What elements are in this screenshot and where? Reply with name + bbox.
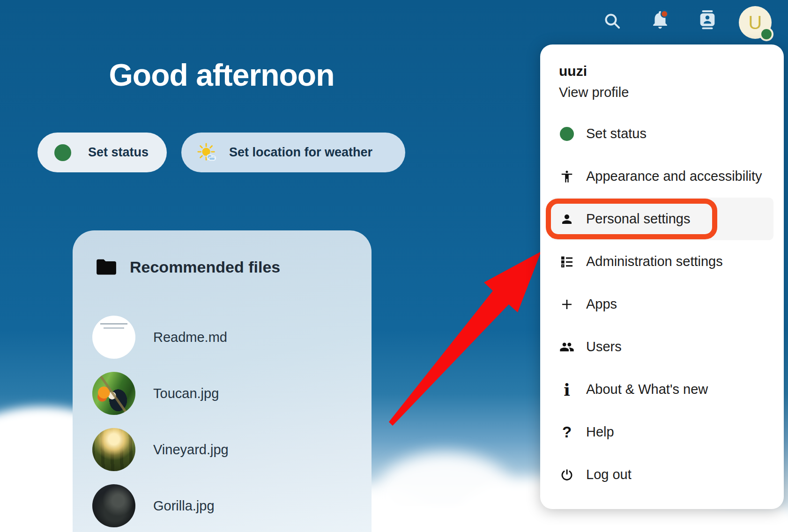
menu-profile-link[interactable]: uuzi View profile <box>550 58 773 100</box>
menu-item-label: Personal settings <box>586 211 690 227</box>
set-status-label: Set status <box>88 145 149 160</box>
menu-item-help[interactable]: ? Help <box>550 411 773 453</box>
menu-item-personal-settings[interactable]: Personal settings <box>550 198 773 240</box>
users-icon <box>559 339 575 355</box>
sun-cloud-icon <box>196 142 218 163</box>
gorilla-thumbnail <box>92 484 135 527</box>
menu-view-profile-label: View profile <box>559 85 773 100</box>
file-name: Vineyard.jpg <box>153 442 229 458</box>
file-name: Gorilla.jpg <box>153 498 215 514</box>
menu-item-label: Apps <box>586 296 617 312</box>
menu-item-label: Appearance and accessibility <box>586 169 762 184</box>
file-name: Readme.md <box>153 330 227 345</box>
power-icon <box>559 467 575 483</box>
recommended-files-header: Recommended files <box>73 230 372 276</box>
menu-item-label: Set status <box>586 126 647 141</box>
plus-icon <box>559 296 575 312</box>
contacts-button[interactable] <box>694 7 721 33</box>
menu-item-label: Help <box>586 424 614 440</box>
menu-item-users[interactable]: Users <box>550 325 773 368</box>
nextcloud-dashboard: { "topbar": { "search_icon": "search", "… <box>0 0 788 532</box>
readme-thumbnail <box>92 316 135 359</box>
menu-item-label: Users <box>586 339 622 355</box>
menu-item-apps[interactable]: Apps <box>550 283 773 325</box>
file-name: Toucan.jpg <box>153 386 219 401</box>
toucan-thumbnail <box>92 372 135 415</box>
recommended-files-panel: Recommended files Readme.md Toucan.jpg V… <box>73 230 372 532</box>
set-status-button[interactable]: Set status <box>37 133 167 172</box>
person-icon <box>559 211 575 227</box>
file-row-readme[interactable]: Readme.md <box>73 316 372 359</box>
menu-item-label: Administration settings <box>586 254 723 269</box>
search-icon <box>603 12 622 30</box>
file-row-toucan[interactable]: Toucan.jpg <box>73 372 372 415</box>
folder-icon <box>96 258 118 276</box>
avatar-online-status-dot <box>759 27 773 41</box>
admin-list-icon <box>559 254 575 270</box>
recommended-files-list: Readme.md Toucan.jpg Vineyard.jpg Gorill… <box>73 316 372 527</box>
user-avatar-button[interactable]: U <box>739 6 773 39</box>
notifications-button[interactable] <box>647 7 673 33</box>
avatar-initial: U <box>749 12 762 33</box>
status-dot-icon <box>54 144 71 161</box>
bell-icon <box>649 9 671 30</box>
menu-item-administration-settings[interactable]: Administration settings <box>550 240 773 283</box>
accessibility-icon <box>559 169 575 185</box>
recommended-files-title: Recommended files <box>130 258 280 276</box>
menu-item-set-status[interactable]: Set status <box>550 112 773 155</box>
menu-item-logout[interactable]: Log out <box>550 453 773 496</box>
menu-item-about[interactable]: i About & What's new <box>550 368 773 411</box>
set-weather-location-button[interactable]: Set location for weather <box>181 133 405 172</box>
contacts-icon <box>697 9 718 30</box>
menu-item-label: About & What's new <box>586 382 708 397</box>
vineyard-thumbnail <box>92 428 135 471</box>
status-dot-icon <box>559 126 575 142</box>
file-row-gorilla[interactable]: Gorilla.jpg <box>73 484 372 527</box>
greeting-title: Good afternoon <box>66 57 378 93</box>
menu-items: Set status Appearance and accessibility … <box>550 112 773 496</box>
user-menu: uuzi View profile Set status Appearance … <box>540 44 784 509</box>
search-button[interactable] <box>599 8 625 34</box>
menu-item-label: Log out <box>586 467 632 482</box>
menu-username: uuzi <box>559 63 773 79</box>
info-icon: i <box>559 382 575 398</box>
menu-item-appearance-accessibility[interactable]: Appearance and accessibility <box>550 155 773 198</box>
file-row-vineyard[interactable]: Vineyard.jpg <box>73 428 372 471</box>
help-icon: ? <box>559 424 575 440</box>
set-weather-label: Set location for weather <box>229 145 372 160</box>
notification-badge <box>662 11 667 17</box>
